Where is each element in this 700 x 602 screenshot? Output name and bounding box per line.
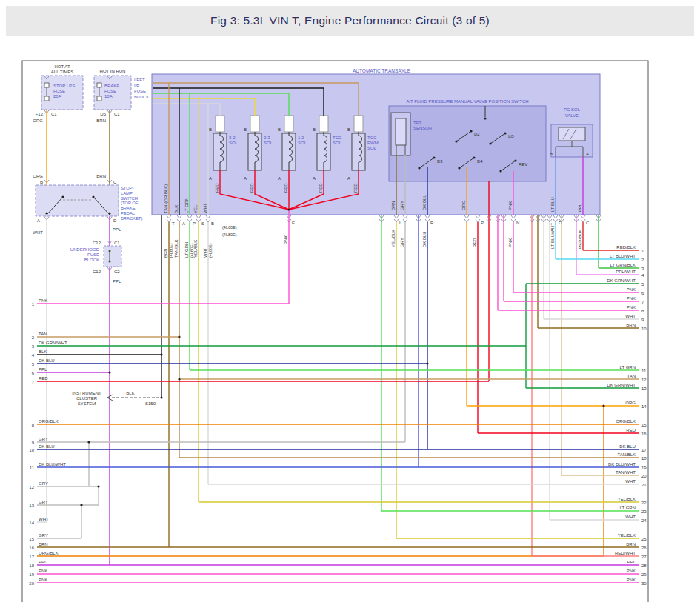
left-ip-fuse-block-label: I/P [134, 84, 139, 88]
wire-label: DK BLU [39, 358, 55, 363]
solenoid-terminal-b: B [244, 127, 247, 132]
solenoid-label: TCC [367, 136, 377, 140]
solenoid-label: SOL [298, 141, 307, 145]
transaxle-title: AUTOMATIC TRANSAXLE [353, 68, 411, 73]
wire-color-label: ORG [461, 200, 466, 210]
wire-label: ORG [33, 174, 43, 178]
fuse-icon [44, 83, 49, 87]
valve-position-switch-box [389, 106, 546, 181]
wire-color-label: RED [250, 183, 254, 193]
instrument-cluster-label: SYSTEM [78, 401, 96, 406]
junction-dot [514, 159, 516, 161]
connector-pin-letter: S [201, 221, 204, 226]
wire-color-label: WHT [203, 203, 207, 213]
wire-label: BRN [96, 118, 106, 123]
wire-color-label: RED [319, 183, 323, 193]
connector-pin-letter: E [292, 221, 295, 225]
switch-title: A/T FLUID PRESSURE MANUAL VALVE POSITION… [406, 99, 528, 104]
brake-fuse-label: BRAKE [104, 84, 119, 88]
conn-c1: C1 [51, 112, 57, 116]
wire-label: LT BLU/WHT [610, 254, 636, 258]
connector-pin-letter: T [172, 221, 175, 226]
solenoid-terminal-a: A [209, 176, 212, 181]
wire-label: DK BLU/WHT [39, 462, 66, 466]
pin-number: 12 [641, 378, 647, 382]
connector-pin-letter: P [481, 221, 484, 225]
connector-pin-letter: D [559, 221, 562, 225]
junction-dot [489, 142, 491, 144]
wire-label: WHT [39, 517, 49, 521]
left-ip-fuse-block-label: BLOCK [134, 95, 149, 99]
wire-color-label: DK BLU [422, 194, 427, 210]
connector-pin-letter: B [211, 221, 214, 226]
wire-label: TAN/WHT [616, 470, 636, 475]
junction-dot [178, 378, 180, 380]
label: HOT AT [54, 64, 70, 69]
junction-dot [602, 404, 604, 407]
wire-label: BRN [39, 542, 48, 546]
wire-label: DK BLU/WHT [608, 462, 636, 466]
pin-number: 20 [29, 581, 34, 586]
pin-number: 19 [641, 466, 647, 470]
pin-number: 11 [30, 466, 35, 470]
pin-number: 23 [641, 509, 647, 514]
wire-label: TAN [627, 374, 636, 378]
wire-label: DK BLU [39, 444, 55, 449]
wire-label: PNK [39, 578, 47, 582]
junction-dot [92, 195, 94, 198]
solenoid-label: TCC [333, 136, 342, 140]
pin-number: 21 [641, 483, 647, 487]
wire-color-label: BLK [174, 205, 179, 213]
switch-contact-label: D2 [474, 132, 480, 136]
wire-label: RED/BLK [616, 245, 636, 250]
pin-number: 14 [29, 521, 34, 525]
wire-label: WHT [33, 230, 43, 235]
instrument-cluster-label: INSTRUMENT [72, 391, 101, 395]
underhood-fuse-block-label: FUSE [87, 252, 99, 257]
stop-lamp-switch-label: SWITCH [121, 196, 138, 201]
pin-number: 13 [29, 504, 34, 508]
fuse-icon [44, 96, 49, 101]
pin-number: 15 [641, 423, 647, 427]
wire-label: PNK [39, 298, 47, 303]
switch-contact-label: D4 [477, 159, 483, 164]
junction-dot [45, 212, 47, 214]
stop-lamp-switch-box [36, 185, 119, 216]
pin-number: 10 [29, 448, 34, 452]
wire-color-label: LT BLU [550, 197, 555, 212]
wire-label: BLK [126, 391, 134, 395]
trans-note: (4L60E) [222, 225, 237, 230]
pin-number: 25 [641, 537, 647, 541]
stop-lps-fuse-label: FUSE [53, 89, 65, 93]
solenoid-connector [284, 116, 293, 132]
tft-sensor-label: TFT [413, 121, 421, 125]
solenoid-connector [354, 116, 363, 132]
wire-color-label: YEL/BLK [391, 230, 396, 247]
pin-number: 16 [29, 546, 34, 550]
wire-label: BRN [96, 174, 106, 178]
connector-pin-letter: C [586, 221, 590, 225]
wire-label: ORG [33, 118, 43, 123]
wire-label: ORG/BLK [616, 419, 636, 424]
wire-color-label: RED/BLK [578, 230, 582, 249]
wire-color-label: TAN (OR BLK) [164, 184, 168, 213]
underhood-fuse-block-label: UNDERHOOD [70, 247, 100, 252]
wire-label: PNK [627, 287, 636, 292]
junction-dot [418, 167, 420, 169]
pin-number: 15 [29, 537, 34, 541]
wire-label: DK BLU [619, 444, 636, 449]
pin-number: 10 [641, 327, 647, 331]
switch-contact-label: LO [508, 134, 514, 138]
connector-pin-letter: A [182, 221, 185, 226]
wire-color-label: YEL [193, 204, 198, 213]
wire-label: PNK [627, 305, 636, 310]
wire-label: ORG [625, 401, 636, 405]
solenoid-label: SOL [333, 141, 342, 145]
underhood-fuse-block-label: BLOCK [84, 258, 99, 262]
wire-color-label: GRY [400, 201, 404, 210]
wire-color-label: RED [215, 183, 219, 193]
wire-label: YEL/BLK [618, 533, 636, 538]
wire-label: GRY [39, 533, 48, 538]
connector-pin-letter: N [516, 221, 519, 225]
junction-dot [61, 195, 64, 198]
